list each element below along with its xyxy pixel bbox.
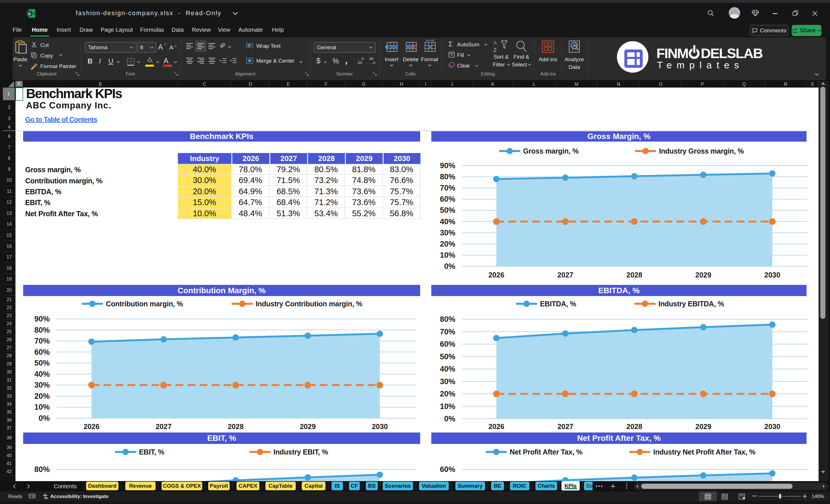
svg-text:40%: 40% [440, 217, 455, 226]
svg-text:2030: 2030 [764, 422, 780, 431]
svg-text:90%: 90% [34, 315, 50, 323]
svg-text:20%: 20% [440, 240, 455, 248]
svg-text:2030: 2030 [372, 422, 388, 431]
svg-text:80%: 80% [34, 465, 50, 474]
svg-text:70%: 70% [440, 327, 455, 336]
svg-text:30%: 30% [440, 228, 455, 237]
svg-text:2028: 2028 [228, 422, 244, 431]
svg-text:10%: 10% [34, 403, 50, 411]
svg-text:70%: 70% [440, 184, 455, 192]
svg-text:0%: 0% [444, 262, 455, 271]
svg-text:60%: 60% [440, 465, 455, 474]
svg-text:80%: 80% [34, 326, 50, 335]
svg-text:2027: 2027 [557, 422, 573, 431]
svg-text:80%: 80% [440, 172, 455, 181]
svg-text:10%: 10% [440, 251, 455, 259]
svg-text:60%: 60% [34, 348, 50, 356]
svg-text:2026: 2026 [488, 271, 505, 279]
svg-text:40%: 40% [34, 370, 50, 378]
svg-text:40%: 40% [440, 365, 455, 373]
svg-text:20%: 20% [34, 392, 50, 401]
svg-text:80%: 80% [440, 315, 455, 323]
svg-text:2029: 2029 [695, 422, 711, 431]
svg-text:30%: 30% [34, 381, 50, 389]
svg-text:60%: 60% [440, 195, 455, 203]
svg-text:50%: 50% [440, 206, 455, 215]
svg-text:2026: 2026 [84, 422, 99, 431]
svg-text:2029: 2029 [695, 271, 711, 279]
svg-text:60%: 60% [440, 340, 455, 348]
svg-text:2029: 2029 [300, 422, 316, 431]
svg-text:70%: 70% [34, 337, 50, 345]
svg-text:0%: 0% [39, 414, 50, 422]
svg-text:2027: 2027 [557, 271, 573, 279]
svg-text:10%: 10% [440, 402, 455, 411]
svg-text:2028: 2028 [626, 271, 642, 279]
svg-text:0%: 0% [444, 414, 455, 423]
svg-text:2030: 2030 [764, 271, 780, 279]
svg-text:90%: 90% [440, 161, 455, 170]
svg-text:20%: 20% [440, 389, 455, 398]
svg-text:2027: 2027 [156, 422, 171, 431]
svg-text:Z: Z [493, 47, 497, 53]
svg-text:2028: 2028 [626, 422, 642, 431]
svg-text:50%: 50% [34, 359, 50, 367]
svg-text:A: A [493, 40, 497, 46]
svg-text:50%: 50% [440, 352, 455, 361]
svg-text:30%: 30% [440, 377, 455, 386]
svg-text:2026: 2026 [488, 422, 505, 431]
